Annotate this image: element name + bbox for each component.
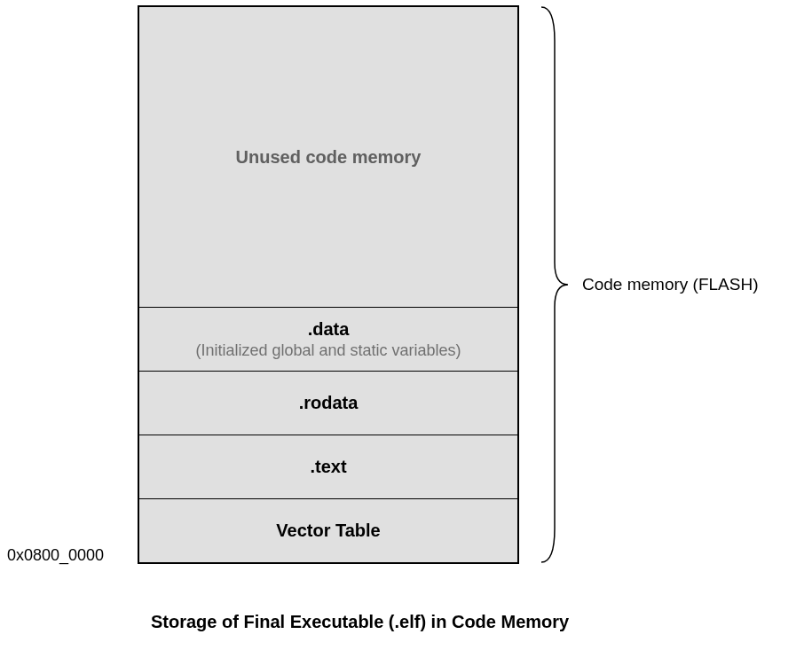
base-address-label: 0x0800_0000 <box>7 546 104 565</box>
memory-layout-diagram: Vector Table .text .rodata .data (Initia… <box>138 5 519 564</box>
segment-title: Vector Table <box>276 521 380 541</box>
segment-subtitle: (Initialized global and static variables… <box>195 341 461 360</box>
segment-title: .rodata <box>299 393 359 413</box>
segment-title: .text <box>310 457 346 477</box>
segment-vector-table: Vector Table <box>139 498 517 562</box>
segment-data: .data (Initialized global and static var… <box>139 307 517 371</box>
segment-unused: Unused code memory <box>139 7 517 307</box>
segment-title: .data <box>308 319 350 340</box>
segment-rodata: .rodata <box>139 371 517 435</box>
diagram-caption: Storage of Final Executable (.elf) in Co… <box>151 612 569 632</box>
segment-text: .text <box>139 435 517 498</box>
curly-brace-icon <box>537 5 572 564</box>
brace-label: Code memory (FLASH) <box>582 275 759 294</box>
segment-title: Unused code memory <box>236 147 422 168</box>
